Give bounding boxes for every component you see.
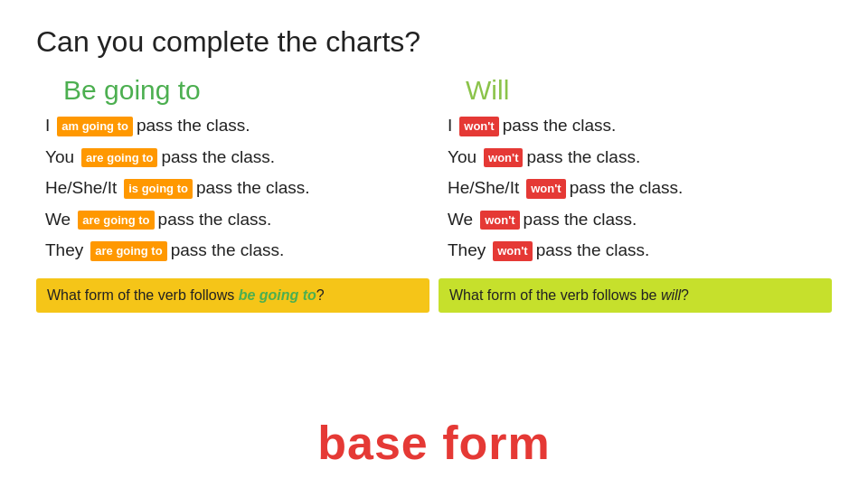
r-sentence-row-2: You won't pass the class. — [439, 145, 832, 171]
page: Can you complete the charts? Be going to… — [0, 0, 868, 488]
right-chart: Will I won't pass the class. You won't p… — [439, 75, 832, 405]
blank-3: is going to — [124, 179, 193, 199]
r-subject-2: You — [448, 145, 476, 171]
r-blank-2: won't — [484, 148, 523, 168]
base-form-row: base form — [36, 416, 832, 470]
r-rest-2: pass the class. — [526, 145, 640, 171]
main-title: Can you complete the charts? — [36, 25, 832, 59]
r-blank-1: won't — [459, 117, 498, 136]
rest-3: pass the class. — [196, 175, 310, 202]
r-sentence-row-1: I won't pass the class. — [439, 113, 832, 139]
r-rest-3: pass the class. — [570, 175, 684, 202]
left-info-text: What form of the verb follows be going t… — [47, 287, 325, 303]
subject-1: I — [45, 113, 50, 139]
r-blank-3: won't — [526, 179, 565, 199]
right-info-box: What form of the verb follows be will? — [439, 278, 832, 313]
r-blank-5: won't — [493, 241, 532, 261]
sentence-row-4: We are going to pass the class. — [36, 207, 429, 233]
r-subject-4: We — [448, 207, 473, 233]
base-form-text: base form — [317, 417, 551, 469]
r-subject-3: He/She/It — [448, 175, 519, 202]
rest-4: pass the class. — [158, 207, 272, 233]
blank-4: are going to — [78, 211, 154, 230]
rest-5: pass the class. — [171, 238, 285, 264]
right-info-text: What form of the verb follows be will? — [449, 287, 689, 303]
r-rest-5: pass the class. — [536, 238, 650, 264]
subject-2: You — [45, 145, 74, 171]
rest-1: pass the class. — [137, 113, 250, 139]
charts-area: Be going to I am going to pass the class… — [36, 75, 832, 405]
right-chart-title: Will — [439, 75, 832, 106]
r-subject-5: They — [448, 238, 486, 264]
subject-4: We — [45, 207, 71, 233]
left-info-box: What form of the verb follows be going t… — [36, 278, 429, 313]
r-subject-1: I — [448, 113, 452, 139]
subject-3: He/She/It — [45, 175, 117, 202]
r-blank-4: won't — [480, 211, 519, 230]
blank-5: are going to — [90, 241, 166, 261]
blank-2: are going to — [81, 148, 157, 168]
sentence-row-5: They are going to pass the class. — [36, 238, 429, 264]
subject-5: They — [45, 238, 83, 264]
r-rest-1: pass the class. — [503, 113, 617, 139]
left-chart-title: Be going to — [36, 75, 429, 106]
r-sentence-row-4: We won't pass the class. — [439, 207, 832, 233]
sentence-row-3: He/She/It is going to pass the class. — [36, 175, 429, 202]
sentence-row-1: I am going to pass the class. — [36, 113, 429, 139]
r-sentence-row-3: He/She/It won't pass the class. — [439, 175, 832, 202]
r-sentence-row-5: They won't pass the class. — [439, 238, 832, 264]
left-chart: Be going to I am going to pass the class… — [36, 75, 429, 405]
blank-1: am going to — [57, 117, 133, 136]
sentence-row-2: You are going to pass the class. — [36, 145, 429, 171]
r-rest-4: pass the class. — [524, 207, 637, 233]
rest-2: pass the class. — [161, 145, 275, 171]
